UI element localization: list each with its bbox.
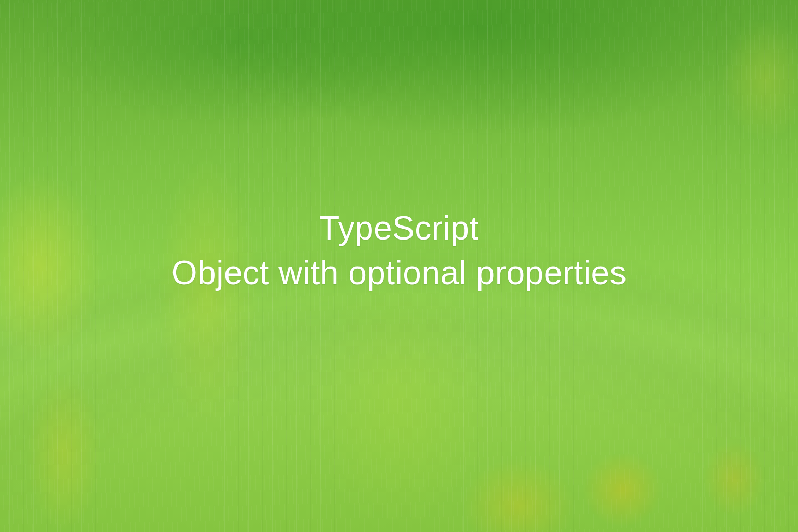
leaf-background: TypeScript Object with optional properti…: [0, 0, 798, 532]
title-container: TypeScript Object with optional properti…: [171, 206, 627, 296]
title-line-1: TypeScript: [171, 206, 627, 250]
title-line-2: Object with optional properties: [171, 250, 627, 295]
